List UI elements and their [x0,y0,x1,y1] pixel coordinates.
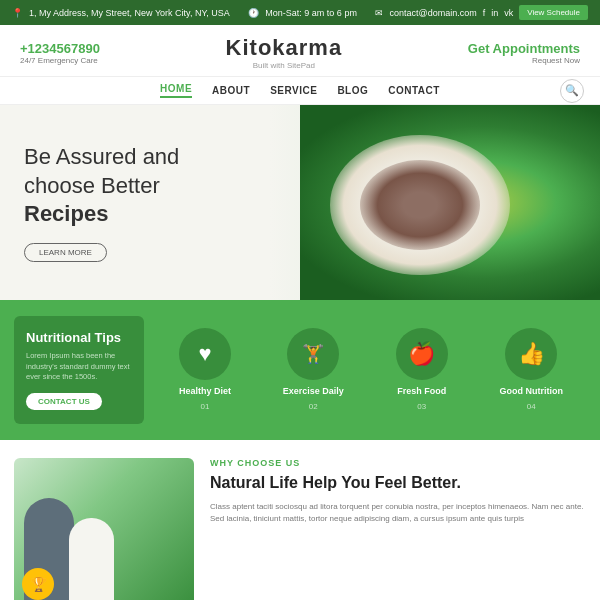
nav-blog[interactable]: BLOG [337,85,368,96]
nutrition-title: Nutritional Tips [26,330,132,345]
why-label: WHY CHOOSE US [210,458,586,468]
nutrition-items: ♥ Healthy Diet 01 🏋 Exercise Daily 02 🍎 … [156,316,586,424]
why-section: 🏆 WHY CHOOSE US Natural Life Help You Fe… [0,440,600,601]
nutrition-section: Nutritional Tips Lorem Ipsum has been th… [0,300,600,440]
search-button[interactable]: 🔍 [560,79,584,103]
good-nutrition-num: 04 [527,402,536,411]
good-nutrition-label: Good Nutrition [500,386,563,396]
search-icon: 🔍 [565,84,579,97]
why-title: Natural Life Help You Feel Better. [210,473,586,494]
exercise-daily-icon: 🏋 [287,328,339,380]
good-nutrition-icon: 👍 [505,328,557,380]
phone-subtext: 24/7 Emergency Care [20,56,100,65]
navigation: HOME ABOUT SERVICE BLOG CONTACT 🔍 [0,77,600,105]
why-image: 🏆 [14,458,194,601]
nutrition-info: Nutritional Tips Lorem Ipsum has been th… [14,316,144,424]
fresh-food-label: Fresh Food [397,386,446,396]
contact-us-button[interactable]: CONTACT US [26,393,102,410]
healthy-diet-num: 01 [200,402,209,411]
top-bar: 📍 1, My Address, My Street, New York Cit… [0,0,600,25]
view-schedule-button[interactable]: View Schedule [519,5,588,20]
top-bar-right: ✉ contact@domain.com f in vk View Schedu… [375,5,588,20]
nav-about[interactable]: ABOUT [212,85,250,96]
brand-name: Kitokarma [226,35,343,61]
email-text: contact@domain.com [389,8,476,18]
mail-icon: ✉ [375,8,383,18]
nutrition-text: Lorem Ipsum has been the industry's stan… [26,351,132,383]
hero-text: Be Assured and choose Better Recipes LEA… [0,123,600,282]
exercise-daily-label: Exercise Daily [283,386,344,396]
nutrition-item-3: 🍎 Fresh Food 03 [396,328,448,411]
exercise-daily-num: 02 [309,402,318,411]
location-icon: 📍 [12,8,23,18]
nutrition-item-4: 👍 Good Nutrition 04 [500,328,563,411]
social-vk[interactable]: vk [504,8,513,18]
why-badge-icon: 🏆 [22,568,54,600]
nav-service[interactable]: SERVICE [270,85,317,96]
nav-contact[interactable]: CONTACT [388,85,440,96]
social-in[interactable]: in [491,8,498,18]
top-bar-center: 🕐 Mon-Sat: 9 am to 6 pm [248,8,357,18]
nav-home[interactable]: HOME [160,83,192,98]
header-right: Get Appointments Request Now [468,41,580,65]
header-center: Kitokarma Built with SitePad [226,35,343,70]
fresh-food-icon: 🍎 [396,328,448,380]
header: +1234567890 24/7 Emergency Care Kitokarm… [0,25,600,77]
appointment-sub: Request Now [468,56,580,65]
hero-heading: Be Assured and choose Better Recipes [24,143,576,229]
fresh-food-num: 03 [417,402,426,411]
nutrition-item-2: 🏋 Exercise Daily 02 [283,328,344,411]
why-text: Class aptent taciti sociosqu ad litora t… [210,501,586,525]
hours-text: Mon-Sat: 9 am to 6 pm [265,8,357,18]
clock-icon: 🕐 [248,8,259,18]
header-left: +1234567890 24/7 Emergency Care [20,41,100,65]
why-content: WHY CHOOSE US Natural Life Help You Feel… [210,458,586,601]
hero-section: Be Assured and choose Better Recipes LEA… [0,105,600,300]
healthy-diet-icon: ♥ [179,328,231,380]
learn-more-button[interactable]: LEARN MORE [24,243,107,262]
phone-number[interactable]: +1234567890 [20,41,100,56]
social-f[interactable]: f [483,8,486,18]
top-bar-left: 📍 1, My Address, My Street, New York Cit… [12,8,230,18]
healthy-diet-label: Healthy Diet [179,386,231,396]
brand-sub: Built with SitePad [226,61,343,70]
address-text: 1, My Address, My Street, New York City,… [29,8,230,18]
appointment-text[interactable]: Get Appointments [468,41,580,56]
nutrition-item-1: ♥ Healthy Diet 01 [179,328,231,411]
